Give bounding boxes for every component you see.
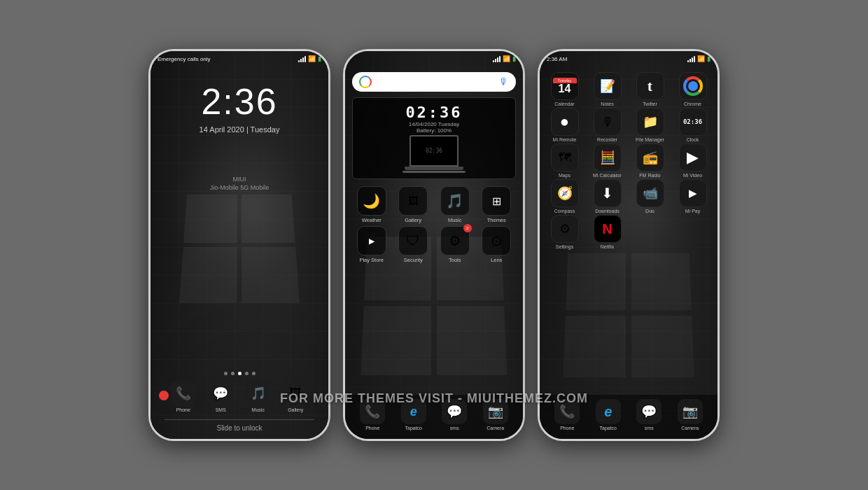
clock-widget: 02:36 14/04/2020 Tuesday Battery: 100% 0… xyxy=(352,97,516,179)
lock-dock-sms[interactable]: 💬 SMS xyxy=(208,381,233,412)
slide-unlock-text[interactable]: Slide to unlock xyxy=(164,419,314,432)
wifi-icon-home: 📶 xyxy=(503,55,510,62)
twitter-icon: t xyxy=(636,72,664,100)
app-compass[interactable]: 🧭 Compass xyxy=(544,179,585,214)
app-downloads[interactable]: ⬇ Downloads xyxy=(587,179,628,214)
dot-1 xyxy=(224,372,227,375)
widget-date: 14/04/2020 Tuesday xyxy=(358,121,510,127)
app-notes[interactable]: 📝 Notes xyxy=(587,72,628,106)
playstore-icon: ▶ xyxy=(357,226,386,255)
lock-dock-music[interactable]: 🎵 Music xyxy=(246,381,271,412)
app-clock[interactable]: 02:36 Clock xyxy=(672,108,713,142)
filemanager-icon: 📁 xyxy=(636,108,664,136)
app-recorder[interactable]: 🎙 Recorder xyxy=(587,108,628,142)
app-twitter[interactable]: t Twitter xyxy=(629,72,671,106)
drawer-dock-camera[interactable]: 📷 Camera xyxy=(678,399,703,430)
dot-5 xyxy=(252,372,255,375)
downloads-icon: ⬇ xyxy=(594,179,622,207)
app-chrome[interactable]: Chrome xyxy=(672,72,713,106)
security-label: Security xyxy=(404,257,423,263)
netflix-label: Netflix xyxy=(601,244,614,249)
clock-label: Clock xyxy=(687,137,699,142)
lock-time: 2:36 xyxy=(150,80,328,122)
laptop-base xyxy=(405,167,463,170)
music-icon: 🎵 xyxy=(246,381,271,406)
dot-2 xyxy=(231,372,234,375)
app-fmradio[interactable]: 📻 FM Radio xyxy=(629,144,671,178)
themes-icon: ⊞ xyxy=(482,186,511,216)
wifi-label: MIUI xyxy=(150,176,328,183)
status-bar-lock: Emergency calls only 📶 ▮ xyxy=(150,51,328,66)
app-themes[interactable]: ⊞ Themes xyxy=(477,186,517,223)
app-maps[interactable]: 🗺 Maps xyxy=(544,144,585,178)
signal-icon-home xyxy=(493,55,500,62)
battery-icon-drawer: ▮ xyxy=(707,55,710,62)
wifi-icon: 📶 xyxy=(308,55,316,62)
widget-battery: Battery: 100% xyxy=(358,127,510,134)
miremote-icon: ● xyxy=(551,108,579,136)
page-dots xyxy=(150,372,328,375)
app-netflix[interactable]: N Netflix xyxy=(587,215,628,249)
mivideo-icon: ▶ xyxy=(679,144,707,172)
status-bar-home: 📶 ▮ xyxy=(345,51,523,66)
status-icons: 📶 ▮ xyxy=(298,55,321,62)
sms-icon: 💬 xyxy=(208,381,233,406)
app-drawer-grid: Tuesday 14 Calendar 📝 Notes t Twitter xyxy=(540,69,718,252)
lens-label: Lens xyxy=(491,257,502,263)
compass-label: Compass xyxy=(554,209,575,214)
app-mipay[interactable]: ▶ Mi Pay xyxy=(672,179,713,214)
gallery-label: Gallery xyxy=(288,407,303,412)
app-filemanager[interactable]: 📁 File Manager xyxy=(629,108,671,142)
calendar-label: Calendar xyxy=(554,102,574,106)
app-lens[interactable]: ⊙ Lens xyxy=(477,226,517,263)
drawer-camera-label: Camera xyxy=(681,426,699,430)
app-weather[interactable]: 🌙 Weather xyxy=(352,186,391,223)
maps-label: Maps xyxy=(559,173,570,178)
app-calendar[interactable]: Tuesday 14 Calendar xyxy=(544,72,585,106)
duo-icon: 📹 xyxy=(636,179,664,207)
gallery-icon-home: 🖼 xyxy=(398,186,428,216)
app-miremote[interactable]: ● Mi Remote xyxy=(544,108,585,142)
drawer-dock-sms[interactable]: 💬 sms xyxy=(636,399,662,430)
duo-label: Duo xyxy=(645,209,654,214)
app-tools[interactable]: ⚙ 2 Tools xyxy=(435,226,475,263)
downloads-label: Downloads xyxy=(595,209,620,214)
playstore-label: Play Store xyxy=(359,257,384,263)
gallery-label-home: Gallery xyxy=(405,217,421,223)
calendar-icon: Tuesday 14 xyxy=(551,72,579,100)
app-security[interactable]: 🛡 Security xyxy=(394,226,433,263)
drawer-dock-ie[interactable]: e Tapatco xyxy=(596,399,621,430)
mipay-icon: ▶ xyxy=(679,179,707,207)
app-settings[interactable]: ⚙ Settings xyxy=(544,215,585,249)
themes-label: Themes xyxy=(487,217,506,223)
calculator-icon: 🧮 xyxy=(594,144,622,172)
recorder-icon: 🎙 xyxy=(594,108,622,136)
laptop-screen: 02:36 xyxy=(410,135,458,167)
phone-homescreen: 📶 ▮ 🎙 02:36 14/04/2020 Tuesday Battery: … xyxy=(343,49,525,441)
app-mivideo[interactable]: ▶ Mi Video xyxy=(672,144,713,178)
dock-sms-label: sms xyxy=(450,426,459,430)
status-bar-drawer: 2:36 AM 📶 ▮ xyxy=(540,51,718,66)
phone-lockscreen: Emergency calls only 📶 ▮ 2:36 14 April 2… xyxy=(148,49,330,441)
maps-icon: 🗺 xyxy=(551,144,579,172)
mic-icon[interactable]: 🎙 xyxy=(499,76,509,88)
app-calculator[interactable]: 🧮 Mi Calculator xyxy=(587,144,628,178)
dock-camera-label: Camera xyxy=(486,426,504,430)
app-duo[interactable]: 📹 Duo xyxy=(629,179,671,214)
drawer-sms-icon: 💬 xyxy=(636,399,662,424)
home-app-grid-1: 🌙 Weather 🖼 Gallery 🎵 Music ⊞ Themes xyxy=(345,182,523,225)
netflix-icon: N xyxy=(594,215,622,243)
music-label: Music xyxy=(252,407,265,412)
music-icon-home: 🎵 xyxy=(440,186,470,216)
search-bar[interactable]: 🎙 xyxy=(352,72,516,92)
app-music[interactable]: 🎵 Music xyxy=(435,186,475,223)
drawer-ie-icon: e xyxy=(596,399,621,424)
chrome-label: Chrome xyxy=(684,102,701,106)
app-playstore[interactable]: ▶ Play Store xyxy=(352,226,391,263)
signal-icon-drawer xyxy=(687,55,695,62)
miremote-label: Mi Remote xyxy=(553,137,577,142)
app-gallery[interactable]: 🖼 Gallery xyxy=(394,186,433,223)
clock-icon: 02:36 xyxy=(679,108,707,136)
lock-dock-phone[interactable]: 📞 Phone xyxy=(171,381,196,412)
app-empty-2 xyxy=(672,215,713,249)
